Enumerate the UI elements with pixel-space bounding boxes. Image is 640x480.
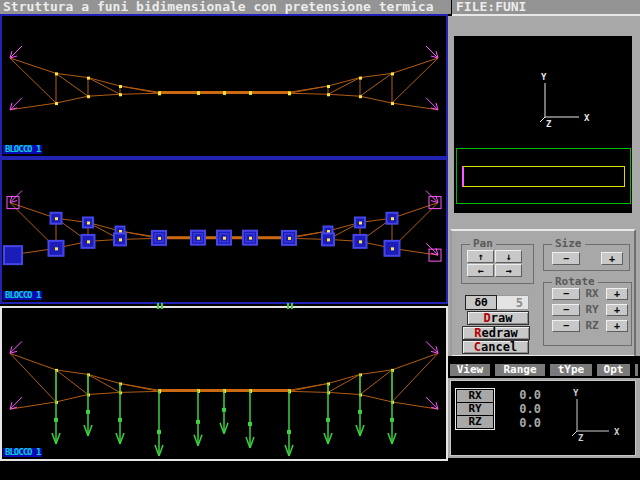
size-plus-button[interactable]: + [601,252,623,265]
pan-right-button[interactable]: → [495,264,522,277]
readout-rz-value: 0.0 [503,417,541,430]
rotate-rx-plus-button[interactable]: + [606,288,628,300]
title-bar: Struttura a funi bidimensionale con pret… [0,0,451,14]
preview-display: Y Z X [454,36,632,213]
structure-wireframe-canvas [2,16,446,156]
rotate-rz-plus-button[interactable]: + [606,320,628,332]
draw-button[interactable]: Draw [467,311,529,325]
tab-opt[interactable]: Opt [597,364,630,376]
structure-loads-canvas [2,308,446,459]
file-indicator: FILE:FUNI [452,0,640,14]
axis-x-label: X [614,427,620,437]
pan-group-title: Pan [470,238,496,250]
readout-ry-value: 0.0 [503,403,541,416]
model-extent-box [462,166,625,187]
tab-view[interactable]: View [450,364,490,376]
viewport-label: BLOCCO 1 [3,145,42,154]
file-name-label: FILE:FUNI [456,0,526,14]
pan-button-grid: ↑ ↓ ← → [467,250,522,277]
readout-rx-cell[interactable]: RX [457,390,493,402]
rotate-rz-label: RZ [580,320,604,332]
draw-label: raw [491,312,513,324]
rotate-rx-label: RX [580,288,604,300]
draw-hotkey: D [484,312,491,324]
structure-nodes-canvas [2,160,446,302]
cancel-hotkey: C [474,341,481,353]
tab-range[interactable]: Range [495,364,545,376]
viewport-label: BLOCCO 1 [3,448,42,457]
load-tick [291,303,293,309]
size-group: Size − + [543,244,630,271]
rotate-ry-plus-button[interactable]: + [606,304,628,316]
readout-rz-cell[interactable]: RZ [457,416,493,428]
size-group-title: Size [552,238,585,250]
load-tick [157,303,159,309]
pan-up-button[interactable]: ↑ [467,250,494,263]
readout-ry-cell[interactable]: RY [457,403,493,415]
tab-strip: View Range tYpe Opt [448,356,640,378]
axis-y-label: Y [573,388,579,398]
rotate-rz-minus-button[interactable]: − [552,320,580,332]
pan-group: Pan ↑ ↓ ← → [461,244,534,284]
load-tick [161,303,163,309]
viewport-wireframe[interactable]: BLOCCO 1 [0,14,448,158]
redraw-hotkey: R [474,327,481,339]
tab-strip-filler [635,364,638,376]
page-title: Struttura a funi bidimensionale con pret… [3,0,433,14]
axis-z-label: Z [546,119,552,129]
delta-theta-button[interactable]: δθ [465,295,497,310]
axis-indicator: Y Z X [524,71,604,141]
axis-z-label: Z [578,433,584,443]
axis-y-label: Y [541,72,547,82]
rotate-rx-minus-button[interactable]: − [552,288,580,300]
rotation-readout-group: RX RY RZ [455,388,495,430]
pan-down-button[interactable]: ↓ [495,250,522,263]
redraw-button[interactable]: Redraw [462,326,530,340]
viewport-loads-active[interactable]: BLOCCO 1 [0,306,448,461]
application-window: Struttura a funi bidimensionale con pret… [0,0,640,480]
axis-indicator: Y Z X [559,387,633,451]
rotate-group: Rotate − RX + − RY + − RZ + [543,282,632,346]
pan-left-button[interactable]: ← [467,264,494,277]
load-tick [287,303,289,309]
viewport-label: BLOCCO 1 [3,291,42,300]
cancel-button[interactable]: Cancel [462,340,529,354]
rotation-readout-panel: RX RY RZ 0.0 0.0 0.0 Y Z X [450,380,636,456]
window-extent-box [456,148,631,204]
tab-type[interactable]: tYpe [550,364,592,376]
control-panel: Pan ↑ ↓ ← → Size − + Rotate − RX + [450,229,636,357]
rotate-ry-minus-button[interactable]: − [552,304,580,316]
redraw-label: edraw [482,327,518,339]
rotate-ry-label: RY [580,304,604,316]
viewport-node-squares[interactable]: BLOCCO 1 [0,158,448,304]
axis-x-label: X [584,113,590,123]
cancel-label: ancel [481,341,517,353]
delta-theta-row: δθ 5 [465,295,529,310]
size-minus-button[interactable]: − [552,252,580,265]
readout-rx-value: 0.0 [503,389,541,402]
delta-theta-value-field[interactable]: 5 [497,295,529,310]
side-panel: Y Z X Pan ↑ ↓ ← → Size − [448,16,640,458]
